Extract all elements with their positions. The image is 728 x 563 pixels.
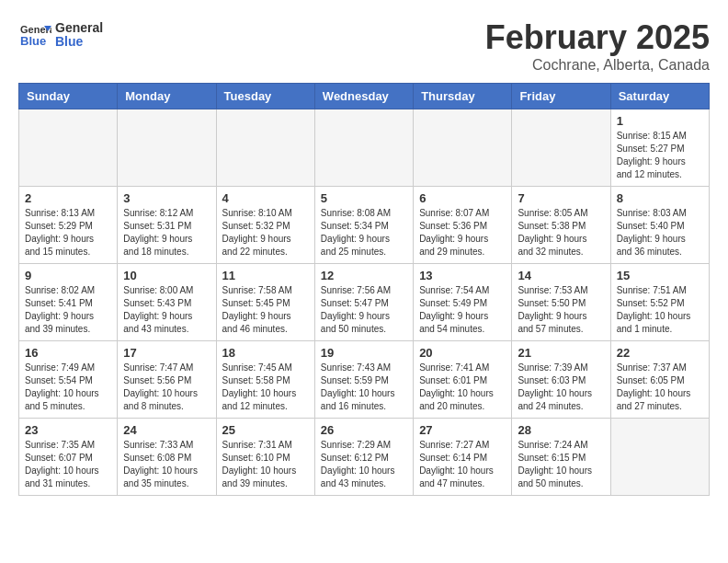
day-info: Sunrise: 8:00 AM Sunset: 5:43 PM Dayligh… [123,284,210,336]
day-info: Sunrise: 7:24 AM Sunset: 6:15 PM Dayligh… [518,439,604,490]
day-info: Sunrise: 8:12 AM Sunset: 5:31 PM Dayligh… [123,207,210,259]
logo-icon: General Blue [18,18,51,52]
day-of-week-header: Monday [118,84,216,109]
logo-general-text: General [55,21,103,35]
calendar-cell: 6Sunrise: 8:07 AM Sunset: 5:36 PM Daylig… [414,187,512,264]
calendar-cell: 18Sunrise: 7:45 AM Sunset: 5:58 PM Dayli… [216,341,314,419]
day-number: 1 [617,114,703,128]
calendar-week-row: 1Sunrise: 8:15 AM Sunset: 5:27 PM Daylig… [19,109,710,187]
calendar-cell: 10Sunrise: 8:00 AM Sunset: 5:43 PM Dayli… [118,264,216,341]
calendar-cell [118,109,216,187]
calendar-cell: 1Sunrise: 8:15 AM Sunset: 5:27 PM Daylig… [610,109,709,187]
calendar-table: SundayMondayTuesdayWednesdayThursdayFrid… [18,83,710,496]
day-number: 19 [321,346,407,360]
day-info: Sunrise: 7:51 AM Sunset: 5:52 PM Dayligh… [617,284,703,336]
calendar-cell: 20Sunrise: 7:41 AM Sunset: 6:01 PM Dayli… [414,341,512,419]
day-of-week-header: Tuesday [216,84,314,109]
calendar-week-row: 23Sunrise: 7:35 AM Sunset: 6:07 PM Dayli… [19,419,710,496]
calendar-cell: 24Sunrise: 7:33 AM Sunset: 6:08 PM Dayli… [118,419,216,496]
day-number: 20 [419,346,506,360]
calendar-cell: 5Sunrise: 8:08 AM Sunset: 5:34 PM Daylig… [314,187,413,264]
calendar-cell: 14Sunrise: 7:53 AM Sunset: 5:50 PM Dayli… [512,264,610,341]
day-number: 28 [518,423,604,437]
day-number: 6 [419,191,506,205]
day-number: 16 [25,346,111,360]
calendar-cell: 7Sunrise: 8:05 AM Sunset: 5:38 PM Daylig… [512,187,610,264]
day-info: Sunrise: 7:33 AM Sunset: 6:08 PM Dayligh… [123,439,210,490]
day-number: 7 [518,191,604,205]
calendar-cell: 26Sunrise: 7:29 AM Sunset: 6:12 PM Dayli… [314,419,413,496]
day-number: 15 [617,269,703,282]
calendar-cell: 12Sunrise: 7:56 AM Sunset: 5:47 PM Dayli… [314,264,413,341]
day-info: Sunrise: 7:39 AM Sunset: 6:03 PM Dayligh… [518,362,604,413]
day-number: 8 [617,191,703,205]
day-info: Sunrise: 7:43 AM Sunset: 5:59 PM Dayligh… [321,362,407,413]
day-number: 18 [222,346,309,360]
day-of-week-header: Saturday [610,84,709,109]
day-number: 12 [321,269,407,282]
day-info: Sunrise: 7:37 AM Sunset: 6:05 PM Dayligh… [617,362,703,413]
calendar-cell [512,109,610,187]
calendar-cell: 17Sunrise: 7:47 AM Sunset: 5:56 PM Dayli… [118,341,216,419]
day-info: Sunrise: 7:53 AM Sunset: 5:50 PM Dayligh… [518,284,604,336]
calendar-cell: 19Sunrise: 7:43 AM Sunset: 5:59 PM Dayli… [314,341,413,419]
day-info: Sunrise: 7:31 AM Sunset: 6:10 PM Dayligh… [222,439,309,490]
page-header: General Blue General Blue February 2025 … [18,18,710,74]
logo-blue-text: Blue [55,35,103,49]
calendar-cell: 23Sunrise: 7:35 AM Sunset: 6:07 PM Dayli… [19,419,118,496]
calendar-cell: 28Sunrise: 7:24 AM Sunset: 6:15 PM Dayli… [512,419,610,496]
day-info: Sunrise: 7:58 AM Sunset: 5:45 PM Dayligh… [222,284,309,336]
day-info: Sunrise: 7:29 AM Sunset: 6:12 PM Dayligh… [321,439,407,490]
day-number: 5 [321,191,407,205]
day-number: 14 [518,269,604,282]
day-info: Sunrise: 7:45 AM Sunset: 5:58 PM Dayligh… [222,362,309,413]
day-info: Sunrise: 8:08 AM Sunset: 5:34 PM Dayligh… [321,207,407,259]
day-info: Sunrise: 7:27 AM Sunset: 6:14 PM Dayligh… [419,439,506,490]
calendar-cell: 11Sunrise: 7:58 AM Sunset: 5:45 PM Dayli… [216,264,314,341]
calendar-cell: 22Sunrise: 7:37 AM Sunset: 6:05 PM Dayli… [610,341,709,419]
day-number: 9 [25,269,111,282]
calendar-week-row: 9Sunrise: 8:02 AM Sunset: 5:41 PM Daylig… [19,264,710,341]
day-info: Sunrise: 8:05 AM Sunset: 5:38 PM Dayligh… [518,207,604,259]
day-of-week-header: Sunday [19,84,118,109]
day-info: Sunrise: 7:41 AM Sunset: 6:01 PM Dayligh… [419,362,506,413]
day-of-week-header: Thursday [414,84,512,109]
day-of-week-header: Friday [512,84,610,109]
month-year: February 2025 [485,18,710,57]
day-number: 21 [518,346,604,360]
day-info: Sunrise: 7:49 AM Sunset: 5:54 PM Dayligh… [25,362,111,413]
day-number: 17 [123,346,210,360]
logo: General Blue General Blue [18,18,103,52]
calendar-cell: 25Sunrise: 7:31 AM Sunset: 6:10 PM Dayli… [216,419,314,496]
day-number: 25 [222,423,309,437]
day-number: 11 [222,269,309,282]
day-info: Sunrise: 8:03 AM Sunset: 5:40 PM Dayligh… [617,207,703,259]
day-number: 26 [321,423,407,437]
day-info: Sunrise: 7:54 AM Sunset: 5:49 PM Dayligh… [419,284,506,336]
day-number: 27 [419,423,506,437]
calendar-cell [314,109,413,187]
calendar-cell [216,109,314,187]
calendar-cell: 21Sunrise: 7:39 AM Sunset: 6:03 PM Dayli… [512,341,610,419]
day-of-week-header: Wednesday [314,84,413,109]
calendar-cell: 13Sunrise: 7:54 AM Sunset: 5:49 PM Dayli… [414,264,512,341]
day-number: 13 [419,269,506,282]
day-info: Sunrise: 7:35 AM Sunset: 6:07 PM Dayligh… [25,439,111,490]
calendar-cell [610,419,709,496]
calendar-cell: 16Sunrise: 7:49 AM Sunset: 5:54 PM Dayli… [19,341,118,419]
title-block: February 2025 Cochrane, Alberta, Canada [485,18,710,74]
calendar-cell [19,109,118,187]
calendar-cell: 2Sunrise: 8:13 AM Sunset: 5:29 PM Daylig… [19,187,118,264]
calendar-cell: 4Sunrise: 8:10 AM Sunset: 5:32 PM Daylig… [216,187,314,264]
location: Cochrane, Alberta, Canada [485,57,710,74]
calendar-cell: 27Sunrise: 7:27 AM Sunset: 6:14 PM Dayli… [414,419,512,496]
svg-text:Blue: Blue [20,34,46,48]
day-info: Sunrise: 8:13 AM Sunset: 5:29 PM Dayligh… [25,207,111,259]
calendar-header-row: SundayMondayTuesdayWednesdayThursdayFrid… [19,84,710,109]
day-number: 2 [25,191,111,205]
day-info: Sunrise: 7:47 AM Sunset: 5:56 PM Dayligh… [123,362,210,413]
day-number: 24 [123,423,210,437]
calendar-cell [414,109,512,187]
day-info: Sunrise: 8:02 AM Sunset: 5:41 PM Dayligh… [25,284,111,336]
day-info: Sunrise: 8:10 AM Sunset: 5:32 PM Dayligh… [222,207,309,259]
